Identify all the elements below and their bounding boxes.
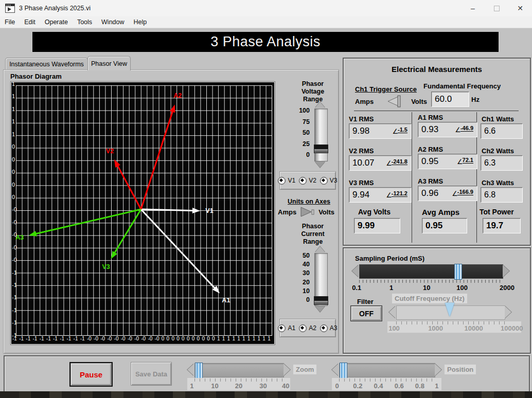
avg-volts-label: Avg Volts [358,208,391,216]
cutoff-left-arrow[interactable] [389,306,396,318]
x-tick: 1 [242,336,245,341]
sampling-period-slider[interactable] [359,264,503,279]
sampling-tick-label: 100 [456,284,468,292]
app-window: 3 Phase Analysis 2025.vi – ✕ FileEditOpe… [0,0,532,398]
tot-power-label: Tot Power [480,208,514,216]
y-tick: 0 [12,157,24,162]
sampling-slider-thumb[interactable] [454,264,462,280]
zoom-tick-label: 40 [282,382,289,390]
current-slider-down-arrow[interactable] [315,306,325,312]
maximize-button[interactable] [485,0,508,16]
sampling-tick-label: 10 [423,284,430,292]
vector-label-v2: V2 [106,148,114,155]
zoom-slider[interactable] [194,363,284,377]
menu-item-tools[interactable]: Tools [73,19,97,26]
menu-item-operate[interactable]: Operate [40,19,73,26]
menu-item-help[interactable]: Help [129,19,152,26]
menu-item-edit[interactable]: Edit [20,19,40,26]
cutoff-frequency-slider[interactable] [396,305,505,320]
zoom-ticks [194,378,283,382]
angle-value: -46.9 [460,125,473,132]
trigger-toggle-switch[interactable] [383,95,402,108]
cutoff-tick-label: 100 [388,324,400,332]
fundamental-frequency-value[interactable]: 60.0 [431,92,469,107]
radio-a3[interactable]: A3 [320,324,338,332]
save-data-button[interactable]: Save Data [131,362,172,386]
menu-item-file[interactable]: File [0,19,20,26]
zoom-right-arrow[interactable] [283,364,290,376]
menu-item-window[interactable]: Window [97,19,129,26]
radio-v3[interactable]: V3 [320,177,338,185]
radio-dot-v2 [299,177,307,185]
vector-label-a1: A1 [222,297,230,304]
cutoff-tick-label: 10000 [465,324,483,332]
y-tick: 0 [12,194,24,200]
vector-arrowhead-a2 [170,104,175,113]
x-tick: 1 [247,336,251,341]
sampling-right-arrow[interactable] [503,265,509,277]
cutoff-slider-pointer[interactable] [445,303,454,317]
angle-value: -241.8 [392,158,407,165]
voltage-range-slider[interactable] [314,108,328,161]
x-tick: -0 [94,336,98,341]
current-slider-thumb[interactable] [314,296,328,305]
zoom-slider-thumb[interactable] [195,363,203,378]
x-tick: -0 [107,336,112,341]
cutoff-right-arrow[interactable] [505,306,511,318]
position-label: Position [445,365,476,374]
current-range-slider[interactable] [314,253,328,306]
x-tick: -0 [148,336,152,341]
radio-a2[interactable]: A2 [299,324,316,332]
zoom-tick-label: 1 [190,382,193,390]
zoom-label: Zoom [293,365,316,374]
units-amps-label: Amps [278,208,296,216]
x-tick: 0 [162,336,165,341]
ch1-watts-value: 6.6 [481,123,523,139]
vector-arrowhead-v3 [111,251,117,259]
a3-rms-label: A3 RMS [418,177,443,185]
angle-value: -1.5 [398,126,407,133]
minimize-button[interactable]: – [461,0,485,16]
x-tick: -0 [114,336,119,341]
current-channel-group: A1A2A3 [279,319,336,337]
position-slider-thumb[interactable] [340,363,347,378]
tab-instantaneous-waveforms[interactable]: Instantaneous Waveforms [5,58,88,70]
tab-phasor-view[interactable]: Phasor View [87,56,131,70]
filter-off-button[interactable]: OFF [351,306,382,321]
x-tick: 0 [207,336,210,341]
voltage-slider-thumb[interactable] [314,144,328,153]
current-slider-up-arrow[interactable] [315,246,325,252]
radio-a1[interactable]: A1 [278,324,295,332]
radio-v1[interactable]: V1 [278,177,295,185]
title-bar: 3 Phase Analysis 2025.vi – ✕ [0,0,532,16]
watts-value: 6.6 [484,126,495,136]
position-right-arrow[interactable] [435,364,441,376]
radio-v2[interactable]: V2 [299,177,316,185]
divider [412,112,412,243]
voltage-slider-down-arrow[interactable] [315,161,325,168]
summary-value: 19.7 [486,221,503,231]
close-button[interactable]: ✕ [508,0,532,16]
ch2-watts-label: Ch2 Watts [482,147,514,155]
units-toggle-switch[interactable] [299,206,316,218]
avg-volts-value: 9.99 [354,218,400,233]
voltage-slider-up-arrow[interactable] [315,102,325,108]
ch1-trigger-source-label: Ch1 Trigger Source [355,85,417,93]
radio-label-v2: V2 [309,177,316,184]
vector-v2 [116,163,141,209]
y-tick: 0 [12,144,24,150]
phasor-plot[interactable]: V1V2V3A1A2A3 1111100000-0-0-0-0-0-1-1-1-… [11,82,275,345]
sampling-left-arrow[interactable] [352,265,359,277]
footer-bar: Pause Save Data 110203040 Zoom 00.20.40.… [4,355,530,393]
radio-label-v3: V3 [330,177,338,184]
angle-value: -166.9 [457,189,473,195]
position-left-arrow[interactable] [332,364,339,376]
trigger-volts-label: Volts [411,98,427,105]
pause-button[interactable]: Pause [70,363,112,386]
filter-label: Filter [357,298,374,305]
position-slider[interactable] [339,363,435,377]
x-tick: -1 [46,336,51,341]
x-tick: -1 [66,336,71,341]
x-tick: 0 [167,336,170,341]
zoom-left-arrow[interactable] [187,364,194,376]
